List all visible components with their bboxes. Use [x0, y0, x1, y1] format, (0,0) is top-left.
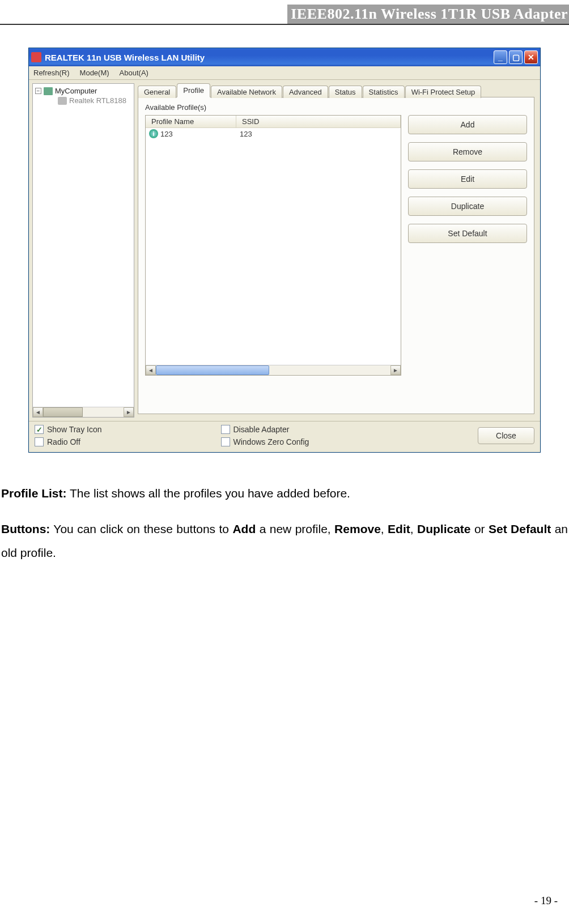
- disable-adapter-label: Disable Adapter: [233, 425, 290, 434]
- close-button[interactable]: Close: [478, 427, 534, 444]
- tab-wifi-protect[interactable]: Wi-Fi Protect Setup: [405, 86, 482, 98]
- profile-list-text: The list shows all the profiles you have…: [67, 487, 350, 500]
- tab-profile[interactable]: Profile: [177, 83, 210, 97]
- doc-header-title: IEEE802.11n Wireless 1T1R USB Adapter: [287, 5, 569, 24]
- profile-list-bold: Profile List:: [1, 487, 67, 500]
- profile-name-cell: 123: [160, 130, 173, 138]
- column-ssid[interactable]: SSID: [236, 116, 401, 127]
- app-icon: [31, 52, 41, 62]
- zero-config-checkbox[interactable]: [221, 437, 230, 446]
- scroll-thumb[interactable]: [156, 365, 269, 375]
- show-tray-label: Show Tray Icon: [47, 425, 102, 434]
- tab-statistics[interactable]: Statistics: [363, 86, 405, 98]
- profile-row[interactable]: i 123 123: [146, 128, 401, 139]
- buttons-bold: Buttons:: [1, 522, 50, 535]
- tab-available-network[interactable]: Available Network: [211, 86, 282, 98]
- scroll-left-icon[interactable]: ◄: [33, 407, 43, 417]
- show-tray-checkbox[interactable]: ✓: [35, 425, 44, 434]
- tab-advanced[interactable]: Advanced: [283, 86, 328, 98]
- tree-scrollbar[interactable]: ◄ ►: [33, 407, 134, 417]
- remove-button[interactable]: Remove: [408, 142, 527, 161]
- duplicate-button[interactable]: Duplicate: [408, 197, 527, 216]
- profile-tab-panel: Available Profile(s) Profile Name SSID i: [138, 97, 534, 414]
- minimize-button[interactable]: _: [494, 50, 507, 64]
- close-window-button[interactable]: ✕: [524, 50, 538, 64]
- app-window: REALTEK 11n USB Wireless LAN Utility _ ▢…: [28, 48, 541, 453]
- disable-adapter-checkbox[interactable]: [221, 425, 230, 434]
- scroll-right-icon[interactable]: ►: [124, 407, 134, 417]
- tab-general[interactable]: General: [138, 86, 176, 98]
- titlebar: REALTEK 11n USB Wireless LAN Utility _ ▢…: [29, 48, 540, 66]
- set-default-button[interactable]: Set Default: [408, 224, 527, 243]
- computer-icon: [44, 87, 53, 95]
- add-button[interactable]: Add: [408, 115, 527, 134]
- available-profiles-label: Available Profile(s): [145, 103, 527, 112]
- menubar: Refresh(R) Mode(M) About(A): [29, 66, 540, 80]
- scroll-thumb[interactable]: [43, 407, 83, 417]
- zero-config-label: Windows Zero Config: [233, 437, 309, 446]
- page-number: - 19 -: [534, 895, 558, 907]
- adapter-icon: [58, 97, 67, 105]
- description-text: Profile List: The list shows all the pro…: [0, 464, 569, 565]
- list-scrollbar[interactable]: ◄ ►: [146, 365, 401, 375]
- menu-refresh[interactable]: Refresh(R): [33, 69, 70, 77]
- device-tree[interactable]: − MyComputer Realtek RTL8188 ◄ ►: [32, 83, 134, 418]
- tab-strip: General Profile Available Network Advanc…: [138, 83, 534, 97]
- menu-about[interactable]: About(A): [120, 69, 148, 77]
- column-profile-name[interactable]: Profile Name: [146, 116, 236, 127]
- edit-button[interactable]: Edit: [408, 169, 527, 189]
- radio-off-checkbox[interactable]: [35, 437, 44, 446]
- info-icon: i: [149, 129, 158, 138]
- menu-mode[interactable]: Mode(M): [80, 69, 109, 77]
- tree-child-label[interactable]: Realtek RTL8188: [69, 96, 126, 105]
- tab-status[interactable]: Status: [329, 86, 362, 98]
- tree-root-label[interactable]: MyComputer: [55, 87, 97, 95]
- tree-collapse-icon[interactable]: −: [35, 88, 41, 94]
- scroll-left-icon[interactable]: ◄: [146, 365, 156, 375]
- maximize-button[interactable]: ▢: [509, 50, 523, 64]
- window-title: REALTEK 11n USB Wireless LAN Utility: [45, 53, 492, 62]
- profile-ssid-cell: 123: [240, 130, 397, 138]
- profile-list[interactable]: Profile Name SSID i 123 123: [145, 115, 401, 376]
- window-footer: ✓ Show Tray Icon Radio Off Disable Adapt…: [29, 421, 540, 452]
- scroll-right-icon[interactable]: ►: [390, 365, 401, 375]
- radio-off-label: Radio Off: [47, 437, 80, 446]
